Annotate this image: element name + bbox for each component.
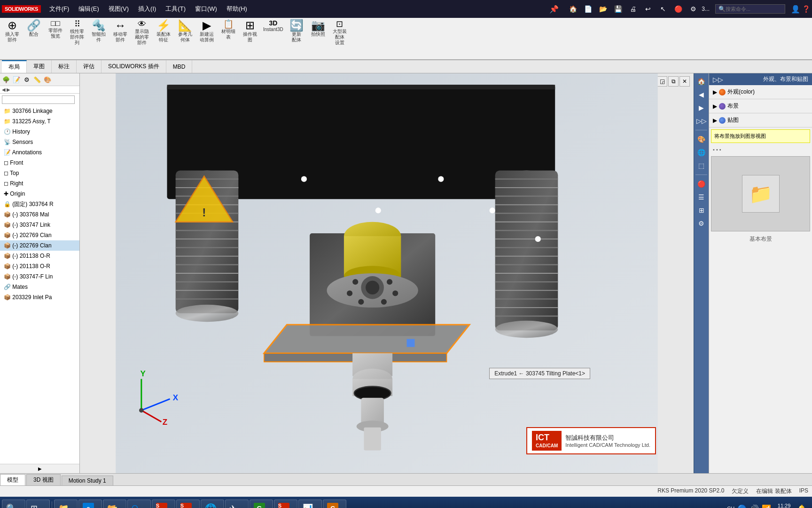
- task-sw2019[interactable]: S2019: [176, 500, 200, 508]
- config-manager-icon[interactable]: ⚙: [22, 74, 32, 85]
- notification-icon[interactable]: 🔔: [797, 504, 806, 508]
- tree-item-303747f[interactable]: 📦 (-) 303747-F Lin: [0, 271, 79, 282]
- task-edge[interactable]: e: [78, 500, 102, 508]
- list-view-icon[interactable]: ☰: [695, 191, 708, 203]
- undo-icon[interactable]: ↩: [641, 2, 655, 16]
- menu-edit[interactable]: 编辑(E): [74, 3, 103, 15]
- tree-item-201138-or1[interactable]: 📦 (-) 201138 O-R: [0, 251, 79, 261]
- tab-motion-study[interactable]: Motion Study 1: [62, 476, 113, 485]
- help-icon[interactable]: ❓: [802, 5, 810, 13]
- tree-item-assy[interactable]: 📁 313225 Assy, T: [0, 116, 79, 127]
- ribbon-ref-geometry[interactable]: 📐 参考几何体: [175, 19, 195, 58]
- dim-xpert-icon[interactable]: 📏: [32, 74, 42, 85]
- fwd-side-icon[interactable]: ▶: [695, 102, 708, 114]
- display-manager-icon[interactable]: 🎨: [42, 74, 53, 85]
- ribbon-move-part[interactable]: ↔ 移动零部件: [110, 19, 131, 58]
- ribbon-assembly-feature[interactable]: ⚡ 装配体特征: [153, 19, 174, 58]
- task-search[interactable]: 🔍: [2, 500, 25, 508]
- ribbon-insert-part[interactable]: ⊕ 插入零部件: [2, 19, 23, 58]
- menu-file[interactable]: 文件(F): [45, 3, 74, 15]
- texture-icon[interactable]: ⬚: [695, 159, 708, 172]
- ribbon-bom[interactable]: 📋 材明细表: [218, 19, 239, 58]
- network-icon[interactable]: 📶: [762, 504, 771, 508]
- task-outlook[interactable]: O: [127, 500, 151, 508]
- scene-icon[interactable]: 🌐: [695, 146, 708, 159]
- tab-sketch[interactable]: 草图: [27, 60, 52, 73]
- task-sw2020[interactable]: S2020: [274, 500, 297, 508]
- nav-forward-btn[interactable]: ▶: [7, 87, 10, 92]
- task-tool1[interactable]: ✈: [225, 500, 249, 508]
- filter-side-icon[interactable]: ⚙: [695, 217, 708, 230]
- tree-item-annotations[interactable]: 📝 Annotations: [0, 147, 79, 158]
- menu-insert[interactable]: 插入(I): [133, 3, 161, 15]
- menu-help[interactable]: 帮助(H): [222, 3, 252, 15]
- ribbon-linear-pattern[interactable]: ⠿ 线性零部件阵列: [67, 19, 87, 58]
- open-icon[interactable]: 📂: [596, 2, 609, 16]
- rebuild-icon[interactable]: 🔴: [671, 2, 685, 16]
- tab-annotation[interactable]: 标注: [52, 60, 77, 73]
- print-icon[interactable]: 🖨: [626, 2, 640, 16]
- ribbon-mate[interactable]: 🔗 配合: [23, 19, 44, 58]
- tab-layout[interactable]: 布局: [2, 60, 27, 73]
- home-icon[interactable]: 🏠: [566, 2, 579, 16]
- tree-item-front[interactable]: ◻ Front: [0, 158, 79, 168]
- ribbon-show-hide[interactable]: 👁 显示隐藏的零部件: [132, 19, 152, 58]
- tree-item-sensors[interactable]: 📡 Sensors: [0, 137, 79, 147]
- tree-item-202769-clan2[interactable]: 📦 (-) 202769 Clan: [0, 240, 79, 251]
- appearance-icon[interactable]: 🎨: [695, 133, 708, 145]
- menu-window[interactable]: 窗口(W): [190, 3, 222, 15]
- tree-item-origin[interactable]: ✚ Origin: [0, 189, 79, 199]
- ribbon-new-motion[interactable]: ▶ 新建运动算例: [196, 19, 217, 58]
- grid-view-icon[interactable]: ⊞: [695, 204, 708, 216]
- tree-item-201138-or2[interactable]: 📦 (-) 201138 O-R: [0, 261, 79, 271]
- tree-expand-btn[interactable]: ▶: [38, 466, 42, 471]
- tree-item-top[interactable]: ◻ Top: [0, 168, 79, 178]
- task-files[interactable]: 📂: [103, 500, 126, 508]
- search-input[interactable]: [726, 6, 782, 12]
- ribbon-part-preview[interactable]: □□ 零部件预览: [45, 19, 66, 58]
- tree-filter-input[interactable]: [2, 95, 75, 104]
- volume-icon[interactable]: 🔊: [750, 504, 759, 508]
- task-cam2[interactable]: C: [323, 500, 346, 508]
- decal-header[interactable]: ▶ 贴图: [713, 115, 808, 125]
- scene-header[interactable]: ▶ 布景: [713, 101, 808, 111]
- tree-item-303747-link[interactable]: 📦 (-) 303747 Link: [0, 220, 79, 230]
- ribbon-smart-fastener[interactable]: 🔩 智能扣件: [88, 19, 109, 58]
- tab-3d-view[interactable]: 3D 视图: [26, 474, 61, 485]
- back-side-icon[interactable]: ◀: [695, 88, 708, 101]
- tree-item-mates[interactable]: 🔗 Mates: [0, 282, 79, 292]
- ribbon-instant3d[interactable]: 3D Instant3D: [261, 19, 285, 58]
- clock-widget[interactable]: 11:29 2020/4/1: [774, 503, 794, 508]
- tree-item-right[interactable]: ◻ Right: [0, 178, 79, 189]
- select-icon[interactable]: ↖: [656, 2, 670, 16]
- tab-sw-plugins[interactable]: SOLIDWORKS 插件: [102, 60, 166, 73]
- ribbon-large-assembly[interactable]: ⊡ 大型装配体设置: [329, 19, 350, 58]
- ribbon-snapshot[interactable]: 📷 拍快照: [308, 19, 328, 58]
- viewport[interactable]: ⊡ 🔲 ◈ ⬚ 💡 🌐 ⚙ ▾ ◱ ◲ ⧉ ✕: [80, 73, 694, 473]
- save-icon[interactable]: 💾: [611, 2, 625, 16]
- scene-preview[interactable]: 📁: [711, 156, 810, 231]
- new-doc-icon[interactable]: 📄: [581, 2, 594, 16]
- color-swatch-icon[interactable]: 🔴: [695, 178, 708, 190]
- tab-mbd[interactable]: MBD: [166, 60, 193, 73]
- tree-item-linkage[interactable]: 📁 303766 Linkage: [0, 106, 79, 116]
- property-manager-icon[interactable]: 📝: [11, 74, 22, 85]
- options-icon[interactable]: ⚙: [687, 2, 700, 16]
- tab-model[interactable]: 模型: [0, 474, 25, 485]
- task-file-explorer[interactable]: 📁: [54, 500, 78, 508]
- tab-evaluate[interactable]: 评估: [77, 60, 102, 73]
- tree-item-history[interactable]: 🕐 History: [0, 127, 79, 137]
- menu-view[interactable]: 视图(V): [104, 3, 133, 15]
- ribbon-update-assembly[interactable]: 🔄 更新配体: [286, 19, 307, 58]
- task-chrome[interactable]: 🌐: [201, 500, 224, 508]
- feature-tree-scroll[interactable]: 📁 303766 Linkage 📁 313225 Assy, T 🕐 Hist…: [0, 106, 79, 464]
- expand-panel-icon[interactable]: ▷▷: [695, 115, 708, 127]
- panel-expand-icon[interactable]: ▷▷: [713, 76, 723, 83]
- task-start[interactable]: ⊞: [26, 500, 50, 508]
- tree-item-202769-clan1[interactable]: 📦 (-) 202769 Clan: [0, 230, 79, 240]
- task-sw2018[interactable]: S2018: [152, 500, 175, 508]
- nav-back-btn[interactable]: ◀: [2, 87, 6, 92]
- ribbon-view-ops[interactable]: ⊞ 操作视图: [240, 19, 260, 58]
- home-side-icon[interactable]: 🏠: [695, 75, 708, 87]
- task-cam[interactable]: G: [250, 500, 273, 508]
